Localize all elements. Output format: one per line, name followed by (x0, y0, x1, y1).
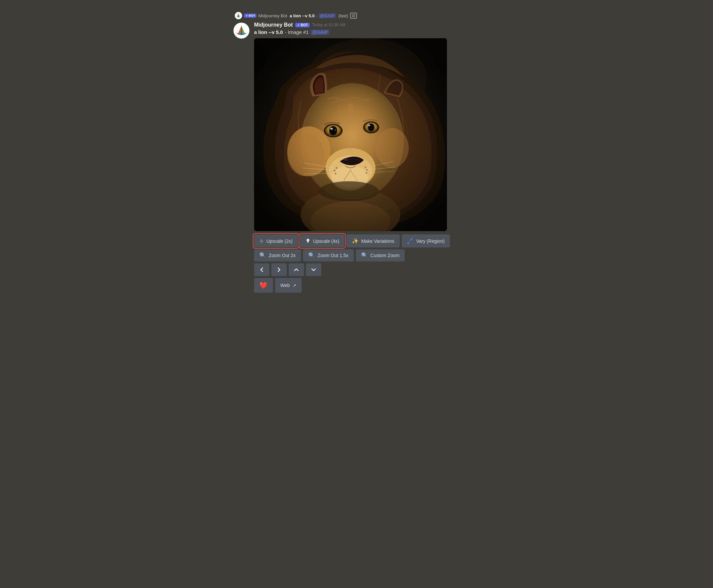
button-row-3 (254, 264, 480, 276)
zoom-out-15x-label: Zoom Out 1.5x (318, 253, 349, 258)
upscale-4x-icon (305, 238, 311, 244)
custom-zoom-icon: 🔍 (361, 253, 368, 258)
arrow-down-button[interactable] (306, 264, 321, 276)
arrow-down-icon (311, 267, 317, 273)
make-variations-button[interactable]: ✨ Make Variations (347, 234, 399, 248)
prompt-text: a lion --v 5.0 (254, 29, 283, 35)
button-row-1: ⊹ Upscale (2x) Upscale (4x) ✨ Make (254, 234, 480, 248)
upscale-2x-label: Upscale (2x) (266, 238, 293, 244)
arrow-left-icon (259, 267, 265, 273)
make-variations-label: Make Variations (361, 238, 394, 244)
vary-region-icon: 🖊️ (407, 238, 414, 244)
custom-zoom-button[interactable]: 🔍 Custom Zoom (356, 249, 405, 261)
bot-badge-thread: ✓BOT (244, 14, 256, 18)
thread-preview-text: Midjourney Bot a lion --v 5.0 - @GAIP (f… (258, 13, 348, 18)
message-content: Midjourney Bot ✓ BOT Today at 10:36 AM a… (254, 22, 480, 293)
buttons-area: ⊹ Upscale (2x) Upscale (4x) ✨ Make (254, 234, 480, 293)
upscale-4x-button[interactable]: Upscale (4x) (300, 234, 345, 248)
chat-container: ✓BOT Midjourney Bot a lion --v 5.0 - @GA… (227, 7, 486, 298)
image-icon-thread: 🖼 (350, 13, 357, 19)
message-subtitle: a lion --v 5.0 - Image #1 @GAIP (254, 29, 480, 35)
button-row-2: 🔍 Zoom Out 2x 🔍 Zoom Out 1.5x 🔍 Custom Z… (254, 249, 480, 261)
zoom-out-15x-icon: 🔍 (308, 253, 315, 258)
zoom-out-2x-label: Zoom Out 2x (269, 253, 296, 258)
svg-rect-50 (254, 38, 447, 231)
web-label: Web (280, 283, 290, 288)
bot-badge: ✓ BOT (295, 23, 309, 27)
bot-name: Midjourney Bot (254, 22, 293, 28)
heart-icon: ❤️ (259, 281, 268, 289)
thread-avatar-small (235, 12, 242, 19)
external-link-icon: ↗ (293, 283, 296, 288)
arrow-right-icon (276, 267, 282, 273)
image-number: - Image #1 (285, 29, 309, 35)
message-row: Midjourney Bot ✓ BOT Today at 10:36 AM a… (233, 22, 480, 293)
arrow-left-button[interactable] (254, 264, 269, 276)
heart-button[interactable]: ❤️ (254, 278, 273, 293)
upscale-4x-label: Upscale (4x) (313, 238, 339, 244)
zoom-out-2x-icon: 🔍 (259, 253, 266, 258)
make-variations-icon: ✨ (352, 238, 358, 244)
svg-marker-51 (306, 238, 310, 243)
message-header: Midjourney Bot ✓ BOT Today at 10:36 AM (254, 22, 480, 28)
zoom-out-2x-button[interactable]: 🔍 Zoom Out 2x (254, 249, 301, 261)
timestamp: Today at 10:36 AM (312, 23, 345, 27)
vary-region-button[interactable]: 🖊️ Vary (Region) (402, 234, 450, 248)
arrow-up-icon (293, 267, 299, 273)
button-row-4: ❤️ Web ↗ (254, 278, 480, 293)
web-button[interactable]: Web ↗ (275, 278, 302, 293)
upscale-2x-icon: ⊹ (259, 238, 264, 244)
upscale-2x-button[interactable]: ⊹ Upscale (2x) (254, 234, 298, 248)
arrow-right-button[interactable] (271, 264, 287, 276)
zoom-out-15x-button[interactable]: 🔍 Zoom Out 1.5x (303, 249, 354, 261)
arrow-up-button[interactable] (289, 264, 304, 276)
custom-zoom-label: Custom Zoom (371, 253, 400, 258)
mention-badge: @GAIP (311, 29, 329, 35)
bot-avatar (233, 23, 249, 39)
lion-image (254, 38, 447, 231)
thread-connector: ✓BOT Midjourney Bot a lion --v 5.0 - @GA… (233, 12, 480, 19)
lion-image-container (254, 38, 447, 231)
vary-region-label: Vary (Region) (416, 238, 445, 244)
